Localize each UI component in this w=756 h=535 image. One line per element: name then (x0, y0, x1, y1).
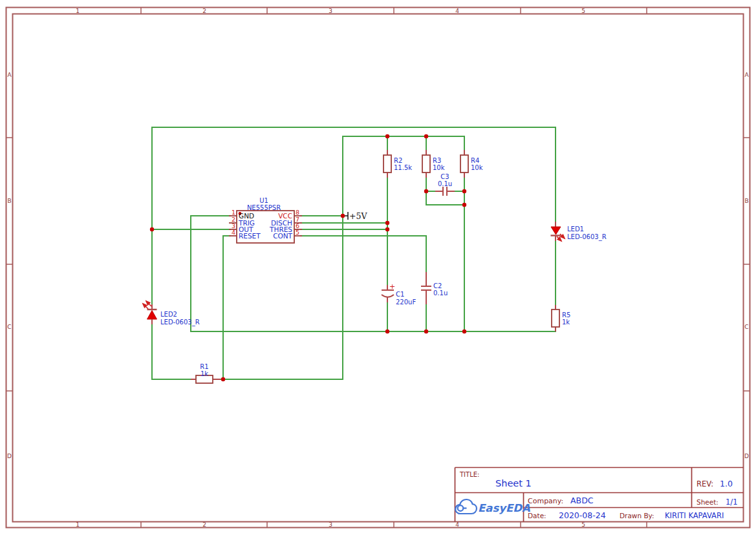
component-value: 0.1u (433, 289, 448, 297)
power-flag-label: +5V (349, 211, 367, 221)
resistor-body (460, 155, 468, 173)
component-value: 220uF (396, 299, 416, 306)
junction-dot (424, 189, 428, 193)
drawn-by-label: Drawn By: (620, 512, 654, 519)
frame-row-label: C (7, 324, 11, 330)
frame-col-label: 4 (455, 8, 459, 14)
component-ref: C3 (440, 173, 449, 180)
pin-name: RESET (239, 232, 261, 240)
component-ref: R2 (394, 157, 402, 164)
component-value: LED-0603_R (160, 319, 200, 326)
rev-value[interactable]: 1.0 (720, 479, 733, 488)
component-ref: C2 (433, 282, 442, 289)
resistor-body (552, 309, 559, 327)
sheet-value[interactable]: 1/1 (726, 498, 738, 507)
component-ref: R5 (562, 311, 570, 319)
rev-label: REV: (697, 479, 713, 488)
frame-col-label: 2 (202, 521, 206, 528)
junction-dot (462, 189, 466, 193)
pin-number: 1 (232, 209, 235, 216)
frame-col-label: 5 (581, 8, 585, 14)
frame-col-label: 1 (76, 8, 80, 14)
date-value[interactable]: 2020-08-24 (559, 510, 606, 520)
junction-dot (341, 214, 345, 218)
frame-row-label: A (744, 72, 749, 78)
company-label: Company: (528, 497, 563, 505)
component-value: NE555PSR (247, 204, 281, 211)
junction-dot (462, 203, 466, 207)
schematic-canvas[interactable]: 1 2 3 4 5 1 2 3 4 5 A B C D A B C D (0, 0, 756, 535)
pin-number: 8 (296, 209, 299, 216)
frame-row-label: B (7, 198, 11, 204)
easyeda-logo: EasyEDA (455, 499, 530, 514)
junction-dot (385, 134, 389, 138)
junction-dot (150, 227, 154, 231)
component-value: 0.1u (438, 180, 452, 187)
frame-row-label: C (744, 324, 748, 330)
drawn-by-value[interactable]: KIRITI KAPAVARI (665, 511, 724, 520)
junction-dot (221, 377, 225, 381)
resistor-body (383, 155, 391, 173)
component-value: 11.5k (394, 164, 412, 171)
company-value[interactable]: ABDC (570, 496, 594, 505)
pin-number: 4 (232, 229, 235, 236)
component-ref: R4 (471, 157, 479, 164)
frame-row-label: A (7, 72, 12, 78)
component-ref: U1 (259, 197, 268, 204)
resistor-body (422, 155, 430, 173)
component-value: LED-0603_R (567, 233, 607, 241)
date-label: Date: (528, 512, 546, 519)
logo-text: EasyEDA (478, 502, 530, 514)
sheet-title[interactable]: Sheet 1 (495, 478, 532, 488)
component-ref: R1 (200, 363, 208, 370)
frame-col-label: 1 (76, 521, 80, 528)
component-value: 10k (471, 164, 483, 171)
sheet-label: Sheet: (697, 498, 718, 506)
junction-dot (385, 330, 389, 333)
frame-col-label: 3 (329, 521, 332, 528)
polarity-plus: + (389, 282, 395, 291)
component-ref: LED2 (160, 311, 177, 318)
schematic-sheet: 1 2 3 4 5 1 2 3 4 5 A B C D A B C D (0, 0, 756, 535)
frame-col-label: 4 (455, 521, 459, 528)
title-label: TITLE: (459, 471, 479, 478)
component-ref: C1 (396, 291, 404, 298)
frame-row-label: D (7, 453, 12, 459)
component-value: 1k (562, 319, 570, 326)
junction-dot (385, 221, 389, 225)
component-ref: LED1 (567, 226, 584, 233)
component-value: 10k (433, 164, 445, 171)
pin-name: CONT (273, 232, 292, 240)
frame-row-label: D (744, 453, 749, 459)
frame-col-label: 5 (581, 521, 585, 528)
component-value: 1k (200, 370, 208, 377)
component-ref: R3 (433, 157, 441, 164)
sheet-background (0, 0, 756, 535)
frame-row-label: B (744, 198, 748, 204)
frame-col-label: 3 (329, 8, 332, 14)
pin-number: 5 (296, 229, 299, 236)
junction-dot (424, 134, 428, 138)
junction-dot (385, 227, 389, 231)
junction-dot (462, 330, 466, 333)
junction-dot (424, 330, 428, 333)
frame-col-label: 2 (202, 8, 206, 14)
